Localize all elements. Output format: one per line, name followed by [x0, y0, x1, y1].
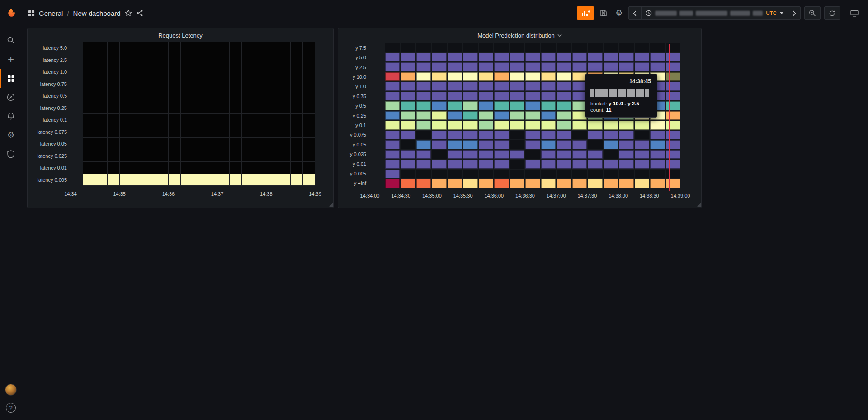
- heatmap-cell[interactable]: [120, 114, 132, 125]
- heatmap-cell[interactable]: [494, 150, 509, 159]
- heatmap-cell[interactable]: [156, 102, 168, 113]
- heatmap-cell[interactable]: [193, 150, 205, 161]
- heatmap-cell[interactable]: [278, 66, 290, 78]
- heatmap-cell[interactable]: [242, 162, 254, 173]
- heatmap-cell[interactable]: [132, 114, 144, 125]
- heatmap-cell[interactable]: [278, 162, 290, 173]
- heatmap-cell[interactable]: [230, 66, 241, 78]
- heatmap-cell[interactable]: [619, 62, 633, 71]
- heatmap-cell[interactable]: [108, 138, 119, 149]
- heatmap-cell[interactable]: [303, 54, 315, 66]
- heatmap-cell[interactable]: [385, 160, 400, 169]
- heatmap-cell[interactable]: [525, 170, 540, 179]
- heatmap-cell[interactable]: [541, 92, 556, 101]
- heatmap-cell[interactable]: [448, 170, 462, 179]
- heatmap-cell[interactable]: [416, 170, 431, 179]
- heatmap-cell[interactable]: [193, 66, 205, 78]
- heatmap-cell[interactable]: [666, 53, 680, 62]
- heatmap-cell[interactable]: [432, 82, 446, 91]
- heatmap-cell[interactable]: [132, 126, 144, 137]
- heatmap-cell[interactable]: [401, 170, 415, 179]
- heatmap-cell[interactable]: [278, 126, 290, 137]
- heatmap-cell[interactable]: [557, 170, 571, 179]
- heatmap-cell[interactable]: [254, 138, 266, 149]
- heatmap-cell[interactable]: [120, 162, 132, 173]
- heatmap-cell[interactable]: [95, 162, 107, 173]
- heatmap-cell[interactable]: [95, 90, 107, 102]
- heatmap-cell[interactable]: [242, 102, 254, 113]
- heatmap-cell[interactable]: [156, 42, 168, 54]
- heatmap-cell[interactable]: [572, 43, 587, 52]
- heatmap-cell[interactable]: [525, 82, 540, 91]
- heatmap-cell[interactable]: [510, 179, 524, 188]
- heatmap-cell[interactable]: [278, 42, 290, 54]
- heatmap-cell[interactable]: [604, 140, 618, 149]
- heatmap-cell[interactable]: [619, 140, 633, 149]
- heatmap-cell[interactable]: [432, 101, 446, 110]
- heatmap-cell[interactable]: [448, 131, 462, 140]
- heatmap-cell[interactable]: [432, 72, 446, 81]
- sidebar-item-server-admin[interactable]: [0, 145, 22, 164]
- heatmap-cell[interactable]: [463, 160, 477, 169]
- heatmap-cell[interactable]: [254, 114, 266, 125]
- heatmap-cell[interactable]: [278, 138, 290, 149]
- heatmap-cell[interactable]: [416, 101, 431, 110]
- heatmap-cell[interactable]: [416, 131, 431, 140]
- heatmap-cell[interactable]: [401, 140, 415, 149]
- heatmap-cell[interactable]: [479, 53, 493, 62]
- heatmap-cell[interactable]: [416, 150, 431, 159]
- heatmap-cell[interactable]: [572, 170, 587, 179]
- heatmap-cell[interactable]: [169, 54, 180, 66]
- heatmap-cell[interactable]: [385, 101, 400, 110]
- heatmap-cell[interactable]: [217, 54, 229, 66]
- heatmap-cell[interactable]: [432, 150, 446, 159]
- heatmap-cell[interactable]: [619, 43, 633, 52]
- share-icon[interactable]: [136, 9, 143, 17]
- heatmap-cell[interactable]: [303, 126, 315, 137]
- heatmap-cell[interactable]: [278, 150, 290, 161]
- time-range-picker[interactable]: UTC: [641, 6, 788, 20]
- heatmap-cell[interactable]: [416, 53, 431, 62]
- heatmap-cell[interactable]: [588, 53, 602, 62]
- help-icon[interactable]: ?: [6, 403, 16, 413]
- heatmap-cell[interactable]: [510, 150, 524, 159]
- heatmap-cell[interactable]: [557, 72, 571, 81]
- heatmap-cell[interactable]: [217, 150, 229, 161]
- heatmap-cell[interactable]: [604, 179, 618, 188]
- heatmap-cell[interactable]: [254, 78, 266, 90]
- heatmap-cell[interactable]: [156, 114, 168, 125]
- heatmap-cell[interactable]: [557, 92, 571, 101]
- heatmap-cell[interactable]: [401, 72, 415, 81]
- heatmap-cell[interactable]: [291, 174, 302, 185]
- heatmap-cell[interactable]: [557, 160, 571, 169]
- heatmap-cell[interactable]: [95, 174, 107, 185]
- heatmap-cell[interactable]: [120, 90, 132, 102]
- heatmap-cell[interactable]: [448, 160, 462, 169]
- heatmap-cell[interactable]: [463, 101, 477, 110]
- heatmap-cell[interactable]: [572, 179, 587, 188]
- heatmap-cell[interactable]: [217, 114, 229, 125]
- heatmap-cell[interactable]: [541, 111, 556, 120]
- heatmap-cell[interactable]: [254, 102, 266, 113]
- heatmap-cell[interactable]: [303, 114, 315, 125]
- heatmap-cell[interactable]: [572, 140, 587, 149]
- heatmap-cell[interactable]: [463, 131, 477, 140]
- heatmap-cell[interactable]: [479, 82, 493, 91]
- refresh-button[interactable]: [824, 6, 840, 20]
- heatmap-cell[interactable]: [303, 42, 315, 54]
- heatmap-cell[interactable]: [181, 42, 193, 54]
- heatmap-cell[interactable]: [181, 174, 193, 185]
- panel-title-model-prediction[interactable]: Model Predeiction distribution: [338, 28, 701, 42]
- heatmap-cell[interactable]: [181, 54, 193, 66]
- heatmap-cell[interactable]: [230, 126, 241, 137]
- heatmap-cell[interactable]: [385, 179, 400, 188]
- heatmap-cell[interactable]: [242, 174, 254, 185]
- heatmap-cell[interactable]: [144, 150, 156, 161]
- heatmap-cell[interactable]: [463, 82, 477, 91]
- heatmap-cell[interactable]: [120, 138, 132, 149]
- heatmap-cell[interactable]: [479, 121, 493, 130]
- heatmap-cell[interactable]: [181, 114, 193, 125]
- heatmap-cell[interactable]: [385, 140, 400, 149]
- heatmap-cell[interactable]: [432, 43, 446, 52]
- heatmap-cell[interactable]: [217, 66, 229, 78]
